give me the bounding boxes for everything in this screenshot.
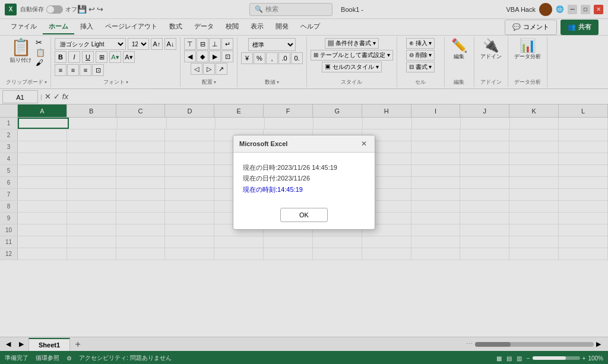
datetime-line3: 現在の時刻:14:45:19 <box>243 184 365 195</box>
datetime-line2: 現在の日付:2023/11/26 <box>243 173 365 184</box>
datetime-line1: 現在の日時:2023/11/26 14:45:19 <box>243 162 365 173</box>
excel-dialog: Microsoft Excel ✕ 現在の日時:2023/11/26 14:45… <box>233 135 375 230</box>
dialog-ok-button[interactable]: OK <box>280 208 328 222</box>
dialog-body: 現在の日時:2023/11/26 14:45:19 現在の日付:2023/11/… <box>233 153 375 203</box>
dialog-close-button[interactable]: ✕ <box>359 139 369 148</box>
dialog-title-bar: Microsoft Excel ✕ <box>233 135 375 153</box>
dialog-footer: OK <box>233 203 375 229</box>
dialog-overlay: Microsoft Excel ✕ 現在の日時:2023/11/26 14:45… <box>0 0 608 364</box>
dialog-title-text: Microsoft Excel <box>239 140 287 147</box>
